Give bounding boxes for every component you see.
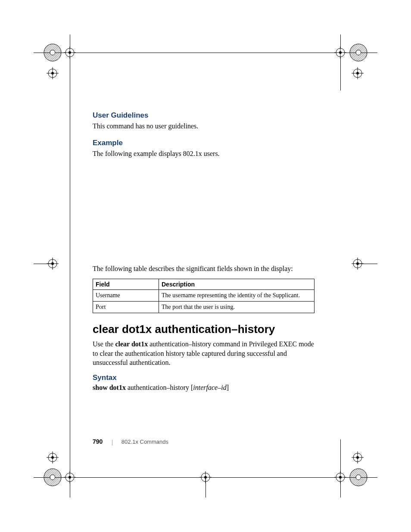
th-field: Field [93, 279, 159, 290]
table-row: Port The port that the user is using. [93, 302, 314, 313]
command-usage: Use the clear dot1x authentication–histo… [93, 339, 317, 367]
example-output-placeholder [93, 166, 317, 265]
syntax-italic: interface–id [193, 384, 226, 391]
svg-point-40 [356, 475, 361, 480]
page-footer: 790 802.1x Commands [93, 438, 168, 445]
syntax-mid: authentication–history [ [126, 384, 193, 391]
chapter-name: 802.1x Commands [121, 439, 168, 445]
heading-user-guidelines: User Guidelines [93, 111, 317, 120]
svg-point-34 [68, 476, 71, 479]
th-description: Description [159, 279, 314, 290]
table-intro-text: The following table describes the signif… [93, 265, 317, 273]
text-example: The following example displays 802.1x us… [93, 149, 317, 159]
crop-line-right-top [340, 34, 341, 90]
svg-point-16 [339, 51, 342, 54]
svg-point-30 [50, 475, 55, 480]
crosshair-icon [334, 471, 346, 483]
registration-mark-icon [349, 43, 368, 62]
svg-point-48 [356, 456, 359, 459]
crop-tick [206, 478, 206, 498]
footer-separator [112, 440, 112, 445]
svg-point-2 [50, 50, 55, 55]
svg-point-6 [68, 51, 71, 54]
crop-line-right-bottom [340, 439, 341, 498]
table-row: Username The username representing the i… [93, 290, 314, 302]
registration-mark-icon [43, 43, 62, 62]
syntax-end: ] [227, 384, 229, 391]
usage-bold: clear dot1x [115, 340, 148, 348]
crosshair-icon [352, 451, 364, 464]
crop-line-left [70, 34, 70, 498]
crosshair-icon [64, 47, 76, 59]
crop-line-top [34, 53, 377, 53]
usage-pre: Use the [93, 340, 115, 348]
table-header-row: Field Description [93, 279, 314, 290]
heading-example: Example [93, 139, 317, 147]
svg-point-12 [356, 50, 361, 55]
text-user-guidelines: This command has no user guidelines. [93, 121, 317, 131]
crosshair-icon [64, 471, 76, 483]
command-title: clear dot1x authentication–history [93, 323, 317, 336]
cell-field: Port [93, 302, 159, 313]
syntax-line: show dot1x authentication–history [inter… [93, 384, 317, 392]
svg-point-38 [51, 456, 54, 459]
heading-syntax: Syntax [93, 373, 317, 382]
syntax-bold: show dot1x [93, 384, 126, 391]
crop-tick [358, 264, 377, 264]
crosshair-icon [47, 451, 59, 464]
cell-description: The port that the user is using. [159, 302, 314, 313]
cell-field: Username [93, 290, 159, 302]
page-number: 790 [93, 438, 103, 445]
field-description-table: Field Description Username The username … [93, 279, 314, 313]
svg-point-10 [51, 72, 54, 75]
cell-description: The username representing the identity o… [159, 290, 314, 302]
crop-tick [34, 264, 53, 264]
svg-point-20 [356, 72, 359, 75]
registration-mark-icon [349, 468, 368, 487]
page-content: User Guidelines This command has no user… [93, 111, 317, 392]
registration-mark-icon [43, 468, 62, 487]
svg-point-44 [339, 476, 342, 479]
crosshair-icon [334, 47, 346, 59]
crosshair-icon [47, 67, 59, 79]
crosshair-icon [352, 67, 364, 79]
